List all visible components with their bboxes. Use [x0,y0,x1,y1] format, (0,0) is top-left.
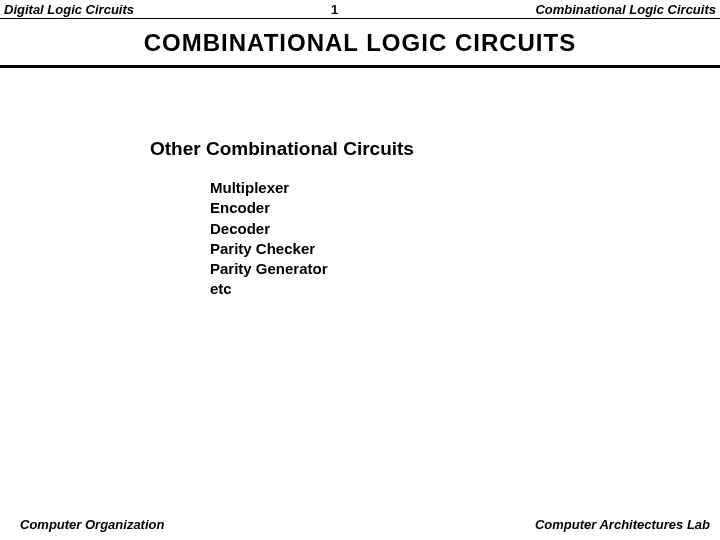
item-list: Multiplexer Encoder Decoder Parity Check… [150,178,720,300]
list-item: Parity Checker [210,239,720,259]
list-item: Multiplexer [210,178,720,198]
footer-row: Computer Organization Computer Architect… [0,517,720,532]
header-divider [0,18,720,19]
content-area: Other Combinational Circuits Multiplexer… [0,68,720,300]
footer-right: Computer Architectures Lab [535,517,710,532]
header-right: Combinational Logic Circuits [535,2,716,17]
header-left: Digital Logic Circuits [4,2,134,17]
footer-left: Computer Organization [20,517,164,532]
header-page-number: 1 [331,2,338,17]
slide-title: COMBINATIONAL LOGIC CIRCUITS [0,29,720,57]
list-item: Encoder [210,198,720,218]
list-item: Decoder [210,219,720,239]
header-row: Digital Logic Circuits 1 Combinational L… [0,0,720,17]
list-item: Parity Generator [210,259,720,279]
section-heading: Other Combinational Circuits [150,138,720,160]
list-item: etc [210,279,720,299]
